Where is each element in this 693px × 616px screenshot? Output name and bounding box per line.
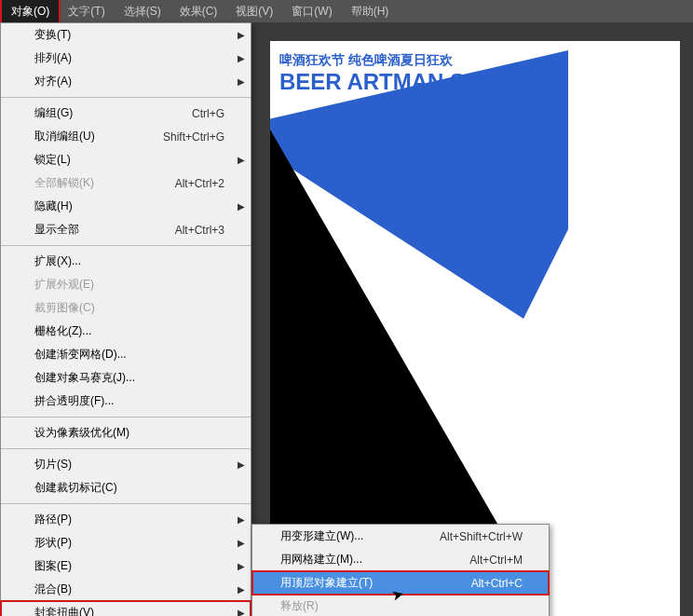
menu-item-label: 形状(P) <box>34 535 72 551</box>
menu-item-label: 栅格化(Z)... <box>34 323 91 339</box>
menu-item-2[interactable]: 对齐(A)▶ <box>1 70 251 93</box>
submenu-item-0[interactable]: 用变形建立(W)...Alt+Shift+Ctrl+W <box>252 525 549 548</box>
submenu-item-label: 用变形建立(W)... <box>280 528 363 544</box>
menu-item-label: 对齐(A) <box>34 74 72 89</box>
chevron-right-icon: ▶ <box>238 53 245 63</box>
menu-item-14[interactable]: 栅格化(Z)... <box>1 320 251 343</box>
chevron-right-icon: ▶ <box>238 608 245 616</box>
menu-item-21[interactable]: 切片(S)▶ <box>1 453 251 476</box>
menu-item-15[interactable]: 创建渐变网格(D)... <box>1 343 251 366</box>
menu-item-5[interactable]: 取消编组(U)Shift+Ctrl+G <box>1 125 251 148</box>
chevron-right-icon: ▶ <box>238 514 245 525</box>
menu-item-label: 排列(A) <box>34 50 72 66</box>
object-menu-dropdown: 变换(T)▶排列(A)▶对齐(A)▶编组(G)Ctrl+G取消编组(U)Shif… <box>0 22 251 616</box>
menu-item-label: 锁定(L) <box>34 152 71 168</box>
chevron-right-icon: ▶ <box>238 459 245 470</box>
menu-item-shortcut: Ctrl+G <box>192 107 238 120</box>
menu-item-label: 路径(P) <box>34 512 72 527</box>
menu-item-label: 切片(S) <box>34 457 72 472</box>
menu-item-label: 扩展外观(E) <box>34 277 94 293</box>
menu-item-label: 封套扭曲(V) <box>34 605 94 616</box>
menu-select[interactable]: 选择(S) <box>115 0 170 23</box>
submenu-item-shortcut: Alt+Ctrl+M <box>469 554 536 567</box>
menu-item-16[interactable]: 创建对象马赛克(J)... <box>1 366 251 390</box>
menu-item-22[interactable]: 创建裁切标记(C) <box>1 476 251 500</box>
menu-item-0[interactable]: 变换(T)▶ <box>1 23 251 47</box>
menu-item-27[interactable]: 混合(B)▶ <box>1 578 251 601</box>
chevron-right-icon: ▶ <box>238 30 245 40</box>
menu-item-8[interactable]: 隐藏(H)▶ <box>1 195 251 218</box>
menu-item-4[interactable]: 编组(G)Ctrl+G <box>1 102 251 125</box>
menu-view[interactable]: 视图(V) <box>226 0 282 23</box>
menu-item-shortcut: Alt+Ctrl+3 <box>175 224 238 237</box>
menu-item-label: 显示全部 <box>34 222 79 238</box>
menu-item-label: 裁剪图像(C) <box>34 300 95 316</box>
menu-item-17[interactable]: 拼合透明度(F)... <box>1 390 251 413</box>
menu-item-shortcut: Shift+Ctrl+G <box>163 130 238 144</box>
menu-item-24[interactable]: 路径(P)▶ <box>1 508 251 531</box>
menu-item-13: 裁剪图像(C) <box>1 296 251 320</box>
submenu-item-shortcut: Alt+Shift+Ctrl+W <box>440 530 536 543</box>
menu-item-shortcut: Alt+Ctrl+2 <box>175 177 238 190</box>
menubar: 对象(O) 文字(T) 选择(S) 效果(C) 视图(V) 窗口(W) 帮助(H… <box>0 0 693 22</box>
menu-item-9[interactable]: 显示全部Alt+Ctrl+3 <box>1 218 251 241</box>
menu-item-label: 拼合透明度(F)... <box>34 393 114 409</box>
menu-item-label: 创建渐变网格(D)... <box>34 347 127 363</box>
menu-item-label: 创建裁切标记(C) <box>34 480 117 496</box>
chevron-right-icon: ▶ <box>238 584 245 595</box>
menu-item-label: 设为像素级优化(M) <box>34 425 129 441</box>
menu-item-label: 隐藏(H) <box>34 198 73 214</box>
menu-separator <box>1 97 251 98</box>
menu-help[interactable]: 帮助(H) <box>342 0 399 23</box>
chevron-right-icon: ▶ <box>238 561 245 571</box>
menu-object[interactable]: 对象(O) <box>2 0 59 23</box>
menu-item-label: 创建对象马赛克(J)... <box>34 370 135 386</box>
menu-item-19[interactable]: 设为像素级优化(M) <box>1 421 251 445</box>
menu-item-28[interactable]: 封套扭曲(V)▶ <box>1 601 251 616</box>
submenu-item-shortcut: Alt+Ctrl+C <box>471 577 536 590</box>
menu-item-6[interactable]: 锁定(L)▶ <box>1 148 251 171</box>
menu-item-label: 扩展(X)... <box>34 253 81 269</box>
menu-window[interactable]: 窗口(W) <box>282 0 341 23</box>
menu-item-12: 扩展外观(E) <box>1 273 251 296</box>
chevron-right-icon: ▶ <box>238 155 245 165</box>
menu-item-26[interactable]: 图案(E)▶ <box>1 554 251 578</box>
submenu-item-label: 用网格建立(M)... <box>280 552 362 568</box>
submenu-item-label: 释放(R) <box>280 598 319 614</box>
submenu-item-label: 用顶层对象建立(T) <box>280 575 373 591</box>
menu-item-11[interactable]: 扩展(X)... <box>1 250 251 273</box>
menu-item-label: 全部解锁(K) <box>34 175 94 191</box>
menu-item-label: 取消编组(U) <box>34 129 95 144</box>
menu-effect[interactable]: 效果(C) <box>170 0 227 23</box>
submenu-item-1[interactable]: 用网格建立(M)...Alt+Ctrl+M <box>252 548 549 571</box>
menu-item-25[interactable]: 形状(P)▶ <box>1 531 251 554</box>
menu-item-label: 图案(E) <box>34 558 72 574</box>
menu-item-1[interactable]: 排列(A)▶ <box>1 47 251 70</box>
menu-item-label: 变换(T) <box>34 27 71 43</box>
chevron-right-icon: ▶ <box>238 201 245 212</box>
menu-separator <box>1 503 251 504</box>
chevron-right-icon: ▶ <box>238 538 245 548</box>
menu-item-7: 全部解锁(K)Alt+Ctrl+2 <box>1 171 251 195</box>
artwork-right-text: 冰爽啤酒节 CRAZYBEER 冰爽夏日 疯狂啤酒 <box>568 321 693 478</box>
menu-separator <box>1 448 251 449</box>
menu-item-label: 编组(G) <box>34 105 73 121</box>
menu-separator <box>1 245 251 246</box>
menu-separator <box>1 417 251 418</box>
chevron-right-icon: ▶ <box>238 76 245 87</box>
menu-item-label: 混合(B) <box>34 582 72 597</box>
menu-type[interactable]: 文字(T) <box>59 0 114 23</box>
